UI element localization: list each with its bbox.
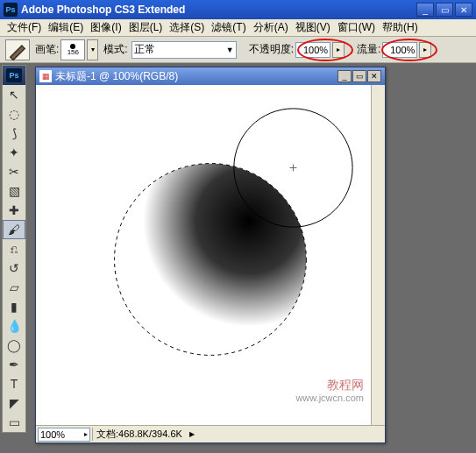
document-window: ▦ 未标题-1 @ 100%(RGB/8) _ ▭ ✕ <box>35 67 386 443</box>
vertical-scrollbar[interactable] <box>371 85 385 425</box>
menu-window[interactable]: 窗口(W) <box>334 18 379 37</box>
brush-icon <box>6 39 29 61</box>
slice-tool[interactable]: ▧ <box>3 181 25 201</box>
brush-crosshair <box>289 165 296 172</box>
gradient-tool[interactable]: ▮ <box>3 297 25 316</box>
flow-input[interactable] <box>382 42 417 58</box>
flow-group: 流量: ▸ <box>357 42 431 58</box>
work-area: Ps ↖◌⟆✦✂▧✚🖌⎌↺▱▮💧◯✒T◤▭ ▦ 未标题-1 @ 100%(RGB… <box>0 63 476 453</box>
magic-wand-tool[interactable]: ✦ <box>3 143 25 162</box>
doc-size-info[interactable]: 文档:468.8K/394.6K <box>92 428 186 441</box>
flow-label: 流量: <box>357 42 380 57</box>
crop-tool[interactable]: ✂ <box>3 162 25 181</box>
maximize-button[interactable]: ▭ <box>436 3 453 17</box>
doc-status-value: 468.8K/394.6K <box>118 428 182 439</box>
toolbox-header: Ps <box>3 66 25 85</box>
doc-maximize-button[interactable]: ▭ <box>352 70 366 82</box>
flow-slider-button[interactable]: ▸ <box>419 42 431 58</box>
menu-image[interactable]: 图像(I) <box>87 18 124 37</box>
minimize-button[interactable]: _ <box>416 3 434 17</box>
type-tool[interactable]: T <box>3 374 25 393</box>
gradient-paint <box>115 164 307 356</box>
mode-value: 正常 <box>134 42 155 57</box>
menu-analysis[interactable]: 分析(A) <box>250 18 292 37</box>
canvas-content <box>36 85 371 425</box>
close-button[interactable]: ✕ <box>455 3 472 17</box>
window-controls: _ ▭ ✕ <box>416 3 472 17</box>
menu-view[interactable]: 视图(V) <box>292 18 334 37</box>
brush-tool[interactable]: 🖌 <box>3 220 25 239</box>
options-bar: 画笔: 156 ▾ 模式: 正常 ▼ 不透明度: ▸ 流量: ▸ <box>0 37 476 63</box>
status-menu-arrow[interactable]: ▶ <box>186 430 198 438</box>
mode-label: 模式: <box>103 42 127 57</box>
document-icon: ▦ <box>39 70 52 82</box>
app-icon: Ps <box>4 3 18 17</box>
chevron-down-icon: ▼ <box>226 46 234 54</box>
move-tool[interactable]: ↖ <box>3 85 25 104</box>
menu-file[interactable]: 文件(F) <box>4 18 45 37</box>
ps-logo-icon: Ps <box>6 68 22 82</box>
menu-edit[interactable]: 编辑(E) <box>45 18 87 37</box>
zoom-input[interactable]: 100% ▸ <box>38 428 90 442</box>
mode-select[interactable]: 正常 ▼ <box>131 41 237 59</box>
lasso-tool[interactable]: ⟆ <box>3 124 25 143</box>
menu-layer[interactable]: 图层(L) <box>125 18 167 37</box>
brush-dropdown-arrow[interactable]: ▾ <box>87 39 98 60</box>
pen-tool[interactable]: ✒ <box>3 355 25 374</box>
menu-filter[interactable]: 滤镜(T) <box>208 18 249 37</box>
toolbox: Ps ↖◌⟆✦✂▧✚🖌⎌↺▱▮💧◯✒T◤▭ <box>2 65 26 433</box>
opacity-slider-button[interactable]: ▸ <box>332 42 345 58</box>
doc-minimize-button[interactable]: _ <box>337 70 352 82</box>
document-statusbar: 100% ▸ 文档:468.8K/394.6K ▶ <box>36 425 385 442</box>
document-title: 未标题-1 @ 100%(RGB/8) <box>55 69 337 84</box>
zoom-value: 100% <box>40 429 65 440</box>
dodge-tool[interactable]: ◯ <box>3 336 25 355</box>
brush-preset: 画笔: 156 ▾ <box>35 39 98 60</box>
opacity-group: 不透明度: ▸ <box>249 42 345 58</box>
document-titlebar[interactable]: ▦ 未标题-1 @ 100%(RGB/8) _ ▭ ✕ <box>36 67 385 85</box>
chevron-right-icon: ▸ <box>84 430 88 438</box>
canvas[interactable]: 教程网 www.jcwcn.com <box>36 85 371 425</box>
menu-select[interactable]: 选择(S) <box>166 18 208 37</box>
brush-label: 画笔: <box>35 42 59 57</box>
path-selection-tool[interactable]: ◤ <box>3 393 25 413</box>
brush-size-value: 156 <box>67 49 79 56</box>
opacity-label: 不透明度: <box>249 42 294 57</box>
healing-brush-tool[interactable]: ✚ <box>3 201 25 220</box>
app-titlebar: Ps Adobe Photoshop CS3 Extended _ ▭ ✕ <box>0 0 476 19</box>
brush-preset-picker[interactable]: 156 <box>60 39 85 60</box>
doc-status-label: 文档: <box>96 428 118 439</box>
blur-tool[interactable]: 💧 <box>3 316 25 336</box>
doc-close-button[interactable]: ✕ <box>367 70 381 82</box>
clone-stamp-tool[interactable]: ⎌ <box>3 239 25 258</box>
rectangle-tool[interactable]: ▭ <box>3 413 25 432</box>
eraser-tool[interactable]: ▱ <box>3 278 25 297</box>
app-title: Adobe Photoshop CS3 Extended <box>21 4 416 16</box>
blend-mode-group: 模式: 正常 ▼ <box>103 41 236 59</box>
tool-preset-picker[interactable] <box>5 39 30 60</box>
menu-bar: 文件(F) 编辑(E) 图像(I) 图层(L) 选择(S) 滤镜(T) 分析(A… <box>0 19 476 37</box>
opacity-input[interactable] <box>295 42 330 58</box>
menu-help[interactable]: 帮助(H) <box>379 18 422 37</box>
history-brush-tool[interactable]: ↺ <box>3 258 25 278</box>
marquee-tool[interactable]: ◌ <box>3 104 25 124</box>
